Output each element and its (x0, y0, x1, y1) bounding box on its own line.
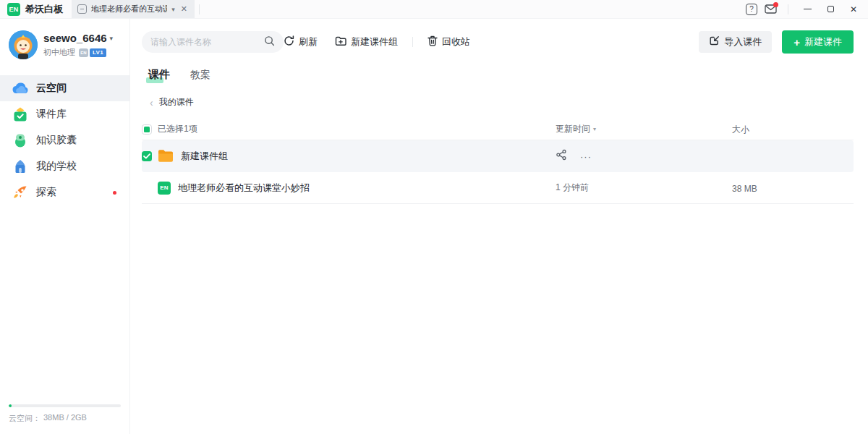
app-logo-icon: EN (7, 3, 20, 16)
trash-icon (427, 35, 438, 48)
sidebar-item-label: 云空间 (36, 82, 67, 95)
inbox-icon[interactable] (763, 4, 778, 15)
new-courseware-label: 新建课件 (804, 35, 842, 48)
school-icon (12, 158, 29, 175)
sidebar: seewo_6646 ▾ 初中地理 EN LV1 (0, 19, 130, 434)
refresh-button[interactable]: 刷新 (284, 35, 318, 48)
titlebar: EN 希沃白板 地理老师必看的互动课堂小... ▾ ✕ ? ✕ (0, 0, 868, 19)
file-updated-time: 1 分钟前 (556, 182, 589, 194)
minimize-button[interactable] (799, 1, 816, 17)
refresh-icon (284, 35, 294, 48)
maximize-icon (827, 6, 834, 12)
knowledge-capsule-icon (12, 132, 29, 149)
maximize-button[interactable] (822, 1, 839, 17)
folder-name: 新建课件组 (181, 150, 228, 163)
courseware-file-icon: EN (158, 182, 171, 195)
folder-icon (158, 150, 174, 163)
storage-meter: 云空间： 38MB / 2GB (0, 404, 129, 434)
share-icon[interactable] (556, 149, 567, 163)
refresh-label: 刷新 (299, 35, 318, 48)
search-box[interactable] (142, 31, 284, 53)
list-header: 已选择1项 更新时间 ▾ 大小 (142, 119, 854, 140)
select-all-checkbox[interactable] (142, 124, 152, 135)
titlebar-divider (199, 4, 200, 14)
toolbar: 刷新 新建课件组 (142, 30, 854, 54)
minimize-icon (804, 9, 812, 10)
import-icon (709, 35, 720, 48)
new-folder-icon (335, 35, 346, 48)
user-card[interactable]: seewo_6646 ▾ 初中地理 EN LV1 (0, 19, 129, 67)
storage-label: 云空间： (9, 413, 41, 424)
sidebar-nav: 云空间 课件库 (0, 75, 129, 205)
help-icon[interactable]: ? (746, 4, 757, 15)
row-checkbox[interactable] (142, 151, 152, 161)
list-item-folder[interactable]: 新建课件组 ··· (142, 140, 854, 172)
breadcrumb-label[interactable]: 我的课件 (159, 96, 194, 109)
sidebar-item-courseware-library[interactable]: 课件库 (0, 101, 129, 127)
tab-label: 教案 (190, 69, 210, 80)
user-caret-icon[interactable]: ▾ (110, 35, 114, 42)
document-tab[interactable]: 地理老师必看的互动课堂小... ▾ ✕ (72, 0, 195, 18)
app-window: EN 希沃白板 地理老师必看的互动课堂小... ▾ ✕ ? ✕ (0, 0, 868, 434)
file-name: 地理老师必看的互动课堂小妙招 (178, 182, 310, 195)
tab-lesson-plan[interactable]: 教案 (190, 69, 210, 82)
storage-bar-fill (9, 404, 12, 407)
level-badge-en-icon: EN (79, 48, 88, 57)
new-courseware-button[interactable]: + 新建课件 (782, 30, 854, 54)
more-options-icon[interactable]: ··· (580, 152, 592, 161)
toolbar-divider (412, 37, 413, 47)
new-group-label: 新建课件组 (351, 35, 398, 48)
list-item-file[interactable]: EN 地理老师必看的互动课堂小妙招 1 分钟前 38 MB (142, 172, 854, 204)
sidebar-item-label: 探索 (36, 186, 56, 199)
import-courseware-button[interactable]: 导入课件 (699, 31, 772, 53)
titlebar-divider (788, 4, 788, 14)
close-button[interactable]: ✕ (845, 1, 862, 17)
sidebar-item-explore[interactable]: 探索 (0, 179, 129, 205)
selection-count: 已选择1项 (158, 123, 197, 135)
new-group-button[interactable]: 新建课件组 (335, 35, 398, 48)
storage-value: 38MB / 2GB (43, 413, 87, 424)
sort-by-time[interactable]: 更新时间 ▾ (556, 123, 732, 135)
titlebar-controls: ? ✕ (746, 0, 868, 18)
close-icon: ✕ (850, 4, 857, 14)
recycle-bin-button[interactable]: 回收站 (427, 35, 470, 48)
column-time-label: 更新时间 (556, 123, 590, 135)
sidebar-item-cloud-space[interactable]: 云空间 (0, 75, 129, 101)
app-brand: EN 希沃白板 (0, 0, 72, 18)
username[interactable]: seewo_6646 (43, 32, 107, 44)
user-subject: 初中地理 (43, 47, 75, 58)
content-tabs: 课件 教案 (142, 68, 854, 82)
column-size-label: 大小 (732, 124, 749, 135)
tab-label: 课件 (148, 68, 170, 80)
app-title: 希沃白板 (25, 3, 63, 16)
recycle-bin-label: 回收站 (442, 35, 470, 48)
tab-caret-icon[interactable]: ▾ (171, 6, 175, 13)
document-icon (77, 4, 87, 14)
storage-bar (9, 404, 121, 407)
user-meta: seewo_6646 ▾ 初中地理 EN LV1 (43, 32, 113, 58)
document-tab-label: 地理老师必看的互动课堂小... (91, 4, 167, 14)
back-chevron-icon[interactable]: ‹ (150, 98, 153, 108)
sidebar-item-label: 我的学校 (36, 160, 77, 173)
courseware-library-icon (12, 106, 29, 123)
search-input[interactable] (150, 37, 260, 47)
plus-icon: + (793, 37, 800, 48)
file-size: 38 MB (732, 184, 757, 194)
explore-notification-dot (113, 191, 116, 195)
level-badge-label: LV1 (90, 48, 106, 57)
sidebar-item-label: 知识胶囊 (36, 134, 77, 147)
tab-courseware[interactable]: 课件 (148, 68, 170, 82)
breadcrumb: ‹ 我的课件 (142, 96, 854, 109)
avatar[interactable] (9, 30, 38, 59)
notification-dot (773, 2, 778, 7)
cloud-icon (12, 80, 29, 97)
main-content: 刷新 新建课件组 (130, 19, 868, 434)
import-courseware-label: 导入课件 (724, 35, 762, 48)
rocket-icon (12, 184, 29, 201)
tab-close-icon[interactable]: ✕ (179, 4, 189, 14)
sidebar-item-knowledge-capsule[interactable]: 知识胶囊 (0, 127, 129, 153)
sidebar-item-label: 课件库 (36, 108, 67, 121)
sort-caret-icon: ▾ (593, 126, 596, 132)
sidebar-item-my-school[interactable]: 我的学校 (0, 153, 129, 179)
search-icon[interactable] (264, 35, 275, 49)
